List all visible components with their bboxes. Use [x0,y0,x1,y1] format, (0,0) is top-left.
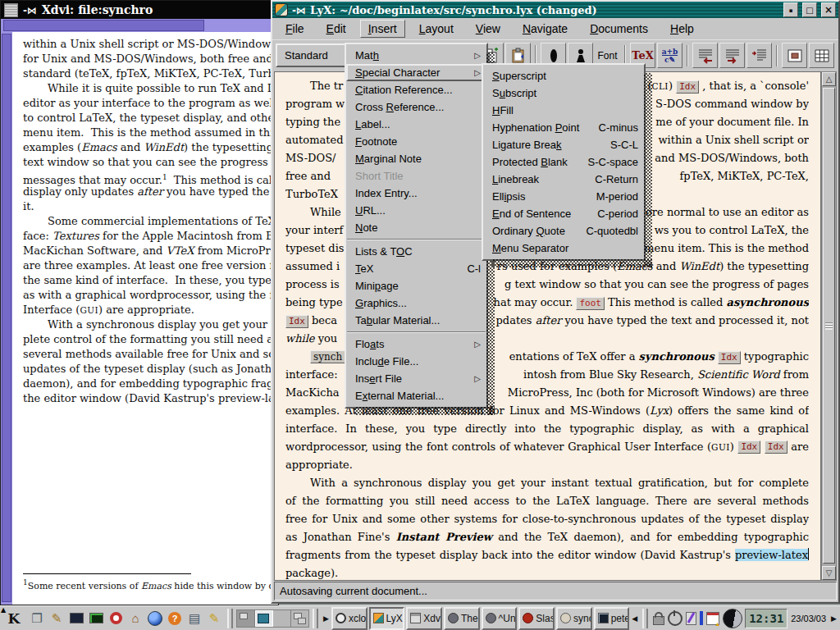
pager-desktop-3[interactable] [273,610,291,627]
xdvi-hscroll-thumb[interactable] [3,20,204,31]
taskbar-task-lyx[interactable]: LyX: [369,607,405,630]
footnote-inset-button[interactable]: foot [576,297,605,310]
menu-item-ellipsis[interactable]: EllipsisM-period [483,188,644,205]
idx-inset-button[interactable]: Idx [737,441,760,454]
menu-item-linebreak[interactable]: LinebreakC-Return [483,171,644,188]
menu-edit[interactable]: Edit [318,20,354,38]
menu-item-footnote[interactable]: Footnote [346,133,486,150]
window-pin-icon[interactable] [292,4,306,16]
xdvi-vertical-scrollbar[interactable] [1,32,12,605]
lyx-scrollbar-thumb[interactable] [823,88,835,564]
menu-view[interactable]: View [468,20,509,38]
launcher-editor-icon[interactable]: ✎ [204,608,224,629]
pager-desktop-2[interactable] [255,610,273,627]
menu-item-cross-reference[interactable]: Cross Reference... [346,98,486,116]
synch-inset-button[interactable]: synch [310,350,345,363]
taskbar-task-the-c[interactable]: The C [444,607,480,630]
indent-paragraph-button[interactable] [746,43,772,68]
launcher-window-list-icon[interactable]: ❐ [27,608,47,629]
taskbar-task-slas[interactable]: Slas [518,607,555,630]
launcher-clipboard-icon[interactable]: ✎ [47,608,66,629]
menu-item-include-file[interactable]: Include File... [346,353,486,370]
menu-item-ordinary-quote[interactable]: Ordinary QuoteC-quotedbl [483,222,644,240]
moon-phase-icon[interactable] [723,609,742,628]
maximize-button[interactable] [802,2,817,17]
applet-bar-icon[interactable] [700,611,703,625]
menu-item-graphics[interactable]: Graphics... [346,294,486,312]
menu-item-url[interactable]: URL... [346,202,486,219]
menu-item-lists-toc[interactable]: Lists & TOC [346,243,486,260]
xdvi-vscroll-thumb[interactable] [2,34,11,602]
menu-item-ligature-break[interactable]: Ligature BreakS-C-L [483,136,644,153]
menu-file[interactable]: File [277,20,313,38]
menu-item-tabular-material[interactable]: Tabular Material... [346,312,486,329]
idx-inset-button[interactable]: Idx [718,351,741,364]
menu-item-hfill[interactable]: HFill [483,102,644,119]
organizer-alarm-icon[interactable] [706,612,719,625]
menu-item-special-character[interactable]: Special Character▷ [346,64,486,81]
date-display[interactable]: 23/03/03 [791,614,826,623]
window-pin-icon[interactable] [23,3,37,16]
panel-handle[interactable] [642,609,648,628]
lyx-titlebar[interactable]: LyX: ~/doc/beginlatex/src/synchro.lyx (c… [272,2,838,18]
task-scroll-left-icon[interactable]: ◀ [632,614,637,623]
depth-increase-button[interactable] [719,43,745,68]
taskbar-task-xclock[interactable]: xclock [331,607,368,630]
menu-layout[interactable]: Layout [411,20,462,38]
launcher-documents-icon[interactable]: ▤ [185,608,204,629]
menu-item-hyphenation-point[interactable]: Hyphenation PointC-minus [483,119,644,136]
klipper-clipboard-icon[interactable] [686,612,696,625]
idx-inset-button[interactable]: Idx [285,315,308,328]
launcher-home-icon[interactable]: ⌂ [126,608,145,629]
menu-item-citation-reference[interactable]: Citation Reference... [346,81,486,98]
idx-inset-button[interactable]: Idx [676,80,699,94]
menu-item-protected-blank[interactable]: Protected BlankS-C-space [483,153,644,171]
close-button[interactable] [821,2,836,17]
menu-item-math[interactable]: Math▷ [346,47,486,64]
taskbar-task-xdvi[interactable]: Xdvi: [406,607,442,630]
xdvi-titlebar[interactable]: Xdvi: file:synchro [1,1,278,19]
panel-hide-arrow-icon[interactable]: ▶ [831,614,837,623]
xdvi-horizontal-scrollbar[interactable] [1,19,278,32]
menu-item-label[interactable]: Label... [346,116,486,133]
lyx-vertical-scrollbar[interactable]: △ ▽ [821,71,837,581]
pager-desktop-1[interactable] [237,610,255,627]
menu-documents[interactable]: Documents [582,20,656,38]
insert-figure-button[interactable] [782,43,807,68]
menu-insert[interactable]: Insert [360,20,405,38]
minimize-button[interactable] [783,2,798,17]
math-panel-button[interactable]: a+bc✎ [657,43,682,68]
taskbar-task-unti[interactable]: ^Unti [482,607,518,630]
scroll-up-arrow-icon[interactable]: △ [822,72,836,86]
lock-screen-icon[interactable] [653,616,664,625]
menu-help[interactable]: Help [662,20,702,38]
launcher-terminal-icon[interactable] [86,608,106,629]
idx-inset-button[interactable]: Idx [765,441,788,454]
pager-desktop-4[interactable] [291,610,308,627]
menu-item-superscript[interactable]: Superscript [483,67,644,84]
menu-item-marginal-note[interactable]: Marginal Note [346,150,486,167]
panel-handle[interactable] [313,609,318,628]
menu-item-menu-separator[interactable]: Menu Separator [483,240,644,257]
depth-decrease-button[interactable] [692,43,718,68]
insert-table-button[interactable] [809,43,834,68]
desktop-pager[interactable] [236,609,309,628]
lcd-clock[interactable]: 12:31 [745,609,788,628]
logout-power-icon[interactable] [668,611,682,626]
menu-item-external-material[interactable]: External Material... [346,387,486,404]
menu-item-insert-file[interactable]: Insert File▷ [346,370,486,387]
expand-arrow-icon[interactable]: ▶ [323,614,329,623]
k-menu-button[interactable]: K [2,608,26,629]
menu-navigate[interactable]: Navigate [514,20,576,38]
menu-item-subscript[interactable]: Subscript [483,84,644,102]
launcher-kde-help-icon[interactable]: ? [165,608,185,629]
scroll-down-arrow-icon[interactable]: ▽ [822,566,836,580]
launcher-monitor-icon[interactable] [66,608,86,629]
menu-item-tex[interactable]: TeXC-l [346,260,486,277]
menu-item-index-entry[interactable]: Index Entry... [346,185,486,202]
launcher-browser-icon[interactable] [145,608,165,629]
menu-item-minipage[interactable]: Minipage [346,277,486,294]
menu-item-floats[interactable]: Floats▷ [346,336,486,353]
panel-handle[interactable] [227,609,233,628]
launcher-help-icon[interactable] [106,608,126,629]
